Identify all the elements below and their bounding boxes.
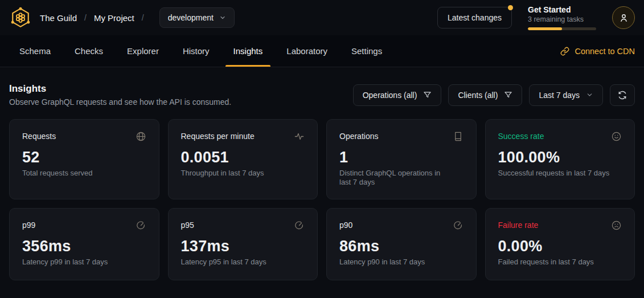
breadcrumb-separator: / xyxy=(142,13,144,22)
book-icon xyxy=(453,131,463,142)
stat-description: Total requests served xyxy=(22,169,136,178)
latest-changes-label: Latest changes xyxy=(448,13,502,22)
stat-title: Requests xyxy=(22,131,56,141)
get-started-remaining-tasks: 3 remaining tasks xyxy=(528,15,596,23)
tab-checks[interactable]: Checks xyxy=(67,35,111,67)
breadcrumb-org[interactable]: The Guild xyxy=(40,13,77,23)
globe-icon xyxy=(136,131,146,142)
stat-value: 1 xyxy=(339,149,463,166)
page-title: Insights xyxy=(9,83,231,95)
stat-title: p99 xyxy=(22,220,35,230)
breadcrumb-separator: / xyxy=(84,13,87,22)
connect-to-cdn-link[interactable]: Connect to CDN xyxy=(560,35,635,67)
notification-dot xyxy=(508,5,513,10)
stat-value: 0.0051 xyxy=(181,149,305,166)
tab-insights[interactable]: Insights xyxy=(225,35,271,67)
stat-description: Throughput in last 7 days xyxy=(181,169,295,178)
stat-card-operations: Operations 1 Distinct GraphQL operations… xyxy=(326,119,477,199)
stat-title: Operations xyxy=(339,131,378,141)
tab-schema[interactable]: Schema xyxy=(11,35,59,67)
tab-laboratory[interactable]: Laboratory xyxy=(278,35,335,67)
stat-card-failure-rate: Failure rate 0.00% Failed requests in la… xyxy=(485,208,635,280)
stat-card-p95: p95 137ms Latency p95 in last 7 days xyxy=(168,208,318,280)
chevron-down-icon xyxy=(219,14,226,21)
stat-title: p90 xyxy=(339,220,352,230)
filter-icon xyxy=(504,91,512,99)
gauge-icon xyxy=(294,220,305,231)
get-started-progress-bar xyxy=(528,27,596,30)
stat-card-p99: p99 356ms Latency p99 in last 7 days xyxy=(9,208,159,280)
environment-selector-value: development xyxy=(168,13,214,22)
stat-description: Distinct GraphQL operations in last 7 da… xyxy=(339,169,453,187)
insights-title-block: Insights Observe GraphQL requests and se… xyxy=(9,83,231,107)
page-subtitle: Observe GraphQL requests and see how the… xyxy=(9,97,231,107)
chevron-down-icon xyxy=(586,91,593,99)
stat-card-requests-per-minute: Requests per minute 0.0051 Throughput in… xyxy=(168,119,318,199)
gauge-icon xyxy=(136,220,146,231)
refresh-icon xyxy=(618,91,627,100)
frown-icon xyxy=(611,220,622,231)
stat-value: 52 xyxy=(22,149,146,166)
connect-to-cdn-label: Connect to CDN xyxy=(575,47,635,56)
refresh-button[interactable] xyxy=(610,84,635,106)
insights-header: Insights Observe GraphQL requests and se… xyxy=(0,67,644,107)
environment-selector[interactable]: development xyxy=(159,7,235,28)
stat-description: Latency p99 in last 7 days xyxy=(22,258,136,267)
user-avatar[interactable] xyxy=(612,6,635,29)
stat-description: Successful requests in last 7 days xyxy=(498,169,612,178)
smile-icon xyxy=(611,131,622,142)
tab-settings[interactable]: Settings xyxy=(343,35,390,67)
stat-card-success-rate: Success rate 100.00% Successful requests… xyxy=(485,119,635,199)
stat-card-requests: Requests 52 Total requests served xyxy=(9,119,159,199)
stat-title: Success rate xyxy=(498,131,544,141)
hive-logo-icon[interactable] xyxy=(9,6,32,30)
filter-icon xyxy=(423,91,432,99)
app-header: The Guild / My Project / development Lat… xyxy=(0,0,644,35)
tab-history[interactable]: History xyxy=(175,35,218,67)
date-range-selector[interactable]: Last 7 days xyxy=(529,84,603,106)
clients-filter-button[interactable]: Clients (all) xyxy=(448,84,522,106)
stat-value: 86ms xyxy=(339,238,463,255)
get-started-progress-fill xyxy=(528,27,562,30)
breadcrumb-project[interactable]: My Project xyxy=(94,13,134,23)
operations-filter-label: Operations (all) xyxy=(363,91,417,100)
stat-description: Failed requests in last 7 days xyxy=(498,258,612,267)
get-started-title: Get Started xyxy=(528,5,596,14)
stat-value: 0.00% xyxy=(498,238,622,255)
stat-title: p95 xyxy=(181,220,194,230)
person-icon xyxy=(618,13,629,23)
tab-list: Schema Checks Explorer History Insights … xyxy=(9,35,390,67)
tab-navigation: Schema Checks Explorer History Insights … xyxy=(0,35,644,67)
stat-description: Latency p90 in last 7 days xyxy=(339,258,453,267)
date-range-label: Last 7 days xyxy=(539,91,580,100)
stats-grid: Requests 52 Total requests served Reques… xyxy=(0,107,644,289)
stat-value: 137ms xyxy=(181,238,305,255)
stat-title: Requests per minute xyxy=(181,131,255,141)
stat-value: 100.00% xyxy=(498,149,622,166)
link-icon xyxy=(560,47,569,56)
stat-card-p90: p90 86ms Latency p90 in last 7 days xyxy=(326,208,477,280)
stat-description: Latency p95 in last 7 days xyxy=(181,258,295,267)
stat-value: 356ms xyxy=(22,238,146,255)
operations-filter-button[interactable]: Operations (all) xyxy=(353,84,442,106)
tab-explorer[interactable]: Explorer xyxy=(119,35,167,67)
latest-changes-button[interactable]: Latest changes xyxy=(437,7,512,28)
activity-icon xyxy=(294,131,305,142)
clients-filter-label: Clients (all) xyxy=(458,91,498,100)
get-started-widget[interactable]: Get Started 3 remaining tasks xyxy=(528,5,596,30)
gauge-icon xyxy=(453,220,463,231)
stat-title: Failure rate xyxy=(498,220,539,230)
filters-toolbar: Operations (all) Clients (all) Last 7 da… xyxy=(353,84,635,106)
